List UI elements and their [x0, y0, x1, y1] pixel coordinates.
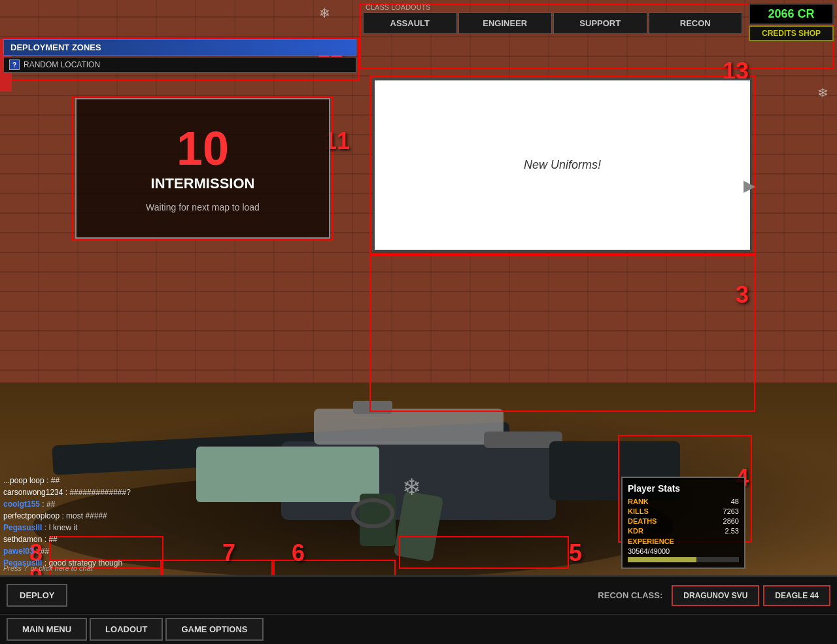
loadout-button[interactable]: LOADOUT — [90, 618, 163, 641]
bottom-bar: DEPLOY RECON CLASS: DRAGUNOV SVU DEAGLE … — [0, 575, 837, 644]
chat-name: perfectpooploop — [3, 511, 60, 520]
chat-message: : most ##### — [61, 511, 107, 520]
weapon-buttons: DRAGUNOV SVU DEAGLE 44 — [672, 585, 830, 606]
exp-bar-bg — [628, 557, 739, 562]
exp-container: EXPERIENCE 30564/49000 — [628, 537, 739, 562]
player-stats-title: Player Stats — [628, 483, 739, 494]
game-options-button[interactable]: GAME OPTIONS — [165, 618, 263, 641]
exp-bar-fill — [628, 557, 696, 562]
chat-line: carsonwong1234 : #############? — [3, 486, 213, 498]
stat-row-rank: RANK 48 — [628, 498, 739, 505]
label-7: 7 — [222, 539, 235, 567]
credits-amount[interactable]: 2066 CR — [749, 3, 834, 25]
kills-value: 7263 — [723, 507, 739, 515]
tab-recon[interactable]: RECON — [649, 12, 743, 34]
tab-support[interactable]: SUPPORT — [553, 12, 647, 34]
random-location-row[interactable]: ? RANDOM LOCATION — [3, 57, 356, 73]
stat-row-exp: EXPERIENCE — [628, 537, 739, 545]
chat-message: : ## — [46, 476, 60, 485]
main-menu-button[interactable]: MAIN MENU — [7, 618, 87, 641]
rank-value: 48 — [731, 498, 739, 505]
chat-name: pawel03 — [3, 547, 34, 556]
tab-assault[interactable]: ASSAULT — [363, 12, 457, 34]
action-row: DEPLOY RECON CLASS: DRAGUNOV SVU DEAGLE … — [0, 577, 837, 614]
side-arrow[interactable]: ▶ — [743, 177, 755, 195]
exp-label: EXPERIENCE — [628, 537, 674, 545]
chat-name: sethdamon — [3, 535, 42, 544]
chat-message: : I knew it — [44, 523, 78, 532]
recon-class-label: RECON CLASS: — [598, 590, 662, 600]
stat-row-kills: KILLS 7263 — [628, 507, 739, 515]
kdr-label: KDR — [628, 527, 643, 535]
chat-name: PegasusIII — [3, 523, 42, 532]
svg-rect-6 — [196, 447, 379, 502]
deployment-zones: DEPLOYMENT ZONES ? RANDOM LOCATION — [3, 39, 356, 73]
svg-rect-3 — [314, 409, 504, 445]
rank-label: RANK — [628, 498, 649, 505]
label-5: 5 — [569, 539, 582, 567]
chat-line: ...poop loop : ## — [3, 475, 213, 486]
stat-row-deaths: DEATHS 2860 — [628, 517, 739, 525]
chat-message: : ## — [44, 535, 58, 544]
credits-display: 2066 CR CREDITS SHOP — [749, 3, 834, 41]
deploy-button[interactable]: DEPLOY — [7, 584, 67, 607]
label-6: 6 — [292, 539, 305, 567]
chat-line: pawel03 : ## — [3, 545, 213, 557]
stat-row-kdr: KDR 2.53 — [628, 527, 739, 535]
chat-line: PegasusIII : I knew it — [3, 522, 213, 534]
credits-shop-button[interactable]: CREDITS SHOP — [749, 25, 834, 41]
deaths-label: DEATHS — [628, 517, 657, 525]
ad-text: New Uniforms! — [524, 158, 601, 172]
kills-label: KILLS — [628, 507, 649, 515]
intermission-countdown: 10 — [177, 125, 229, 172]
random-location-icon: ? — [9, 59, 20, 70]
player-stats: Player Stats RANK 48 KILLS 7263 DEATHS 2… — [621, 477, 745, 569]
label-3: 3 — [736, 281, 749, 309]
chat-box[interactable]: ...poop loop : ## carsonwong1234 : #####… — [3, 475, 213, 569]
class-loadouts: CLASS LOADOUTS ASSAULT ENGINEER SUPPORT … — [363, 3, 742, 34]
svg-rect-4 — [353, 401, 392, 414]
weapon1-button[interactable]: DRAGUNOV SVU — [672, 585, 759, 606]
snowflake-center: ❄ — [402, 474, 421, 500]
exp-value: 30564/49000 — [628, 547, 670, 555]
class-tabs: ASSAULT ENGINEER SUPPORT RECON — [363, 12, 742, 34]
intermission-box: 10 INTERMISSION Waiting for next map to … — [75, 98, 330, 239]
stat-row-exp-value: 30564/49000 — [628, 547, 739, 555]
nav-row: MAIN MENU LOADOUT GAME OPTIONS — [0, 614, 837, 644]
snowflake-3: ❄ — [817, 85, 828, 101]
deaths-value: 2860 — [723, 517, 739, 525]
random-location-text: RANDOM LOCATION — [24, 60, 100, 69]
chat-line: coolgt155 : ## — [3, 498, 213, 510]
intermission-title: INTERMISSION — [151, 175, 255, 192]
tab-engineer[interactable]: ENGINEER — [458, 12, 553, 34]
chat-line: perfectpooploop : most ##### — [3, 510, 213, 522]
ad-panel: New Uniforms! — [373, 78, 752, 252]
chat-name: carsonwong1234 — [3, 488, 63, 497]
chat-message: : ## — [42, 500, 55, 509]
intermission-subtitle: Waiting for next map to load — [146, 202, 260, 212]
chat-name: coolgt155 — [3, 500, 40, 509]
chat-name: ...poop loop — [3, 476, 44, 485]
chat-message: : ## — [36, 547, 49, 556]
chat-line: sethdamon : ## — [3, 534, 213, 545]
chat-hint[interactable]: Press '/' or click here to chat — [3, 564, 93, 572]
kdr-value: 2.53 — [725, 527, 739, 535]
deployment-zones-label: DEPLOYMENT ZONES — [3, 39, 356, 56]
class-loadouts-label: CLASS LOADOUTS — [363, 3, 742, 11]
weapon2-button[interactable]: DEAGLE 44 — [763, 585, 830, 606]
chat-message: : #############? — [65, 488, 131, 497]
